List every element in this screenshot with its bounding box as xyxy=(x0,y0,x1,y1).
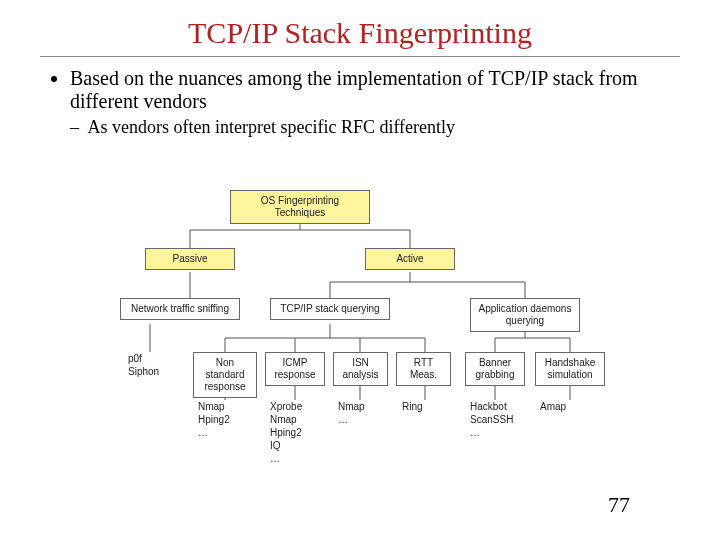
tools-nonstd: Nmap Hping2 … xyxy=(198,400,230,439)
node-icmp-response: ICMP response xyxy=(265,352,325,386)
tools-rtt: Ring xyxy=(402,400,423,413)
node-passive: Passive xyxy=(145,248,235,270)
node-handshake-sim: Handshake simulation xyxy=(535,352,605,386)
node-isn-analysis: ISN analysis xyxy=(333,352,388,386)
node-root: OS Fingerprinting Techniques xyxy=(230,190,370,224)
page-number: 77 xyxy=(608,492,630,518)
page-title: TCP/IP Stack Fingerprinting xyxy=(40,16,680,50)
node-rtt-meas: RTT Meas. xyxy=(396,352,451,386)
bullet-sub-text: As vendors often interpret specific RFC … xyxy=(88,117,456,137)
node-traffic-sniffing: Network traffic sniffing xyxy=(120,298,240,320)
tools-handshake: Amap xyxy=(540,400,566,413)
node-banner-grabbing: Banner grabbing xyxy=(465,352,525,386)
bullet-main: Based on the nuances among the implement… xyxy=(70,67,680,113)
title-rule xyxy=(40,56,680,57)
tools-isn: Nmap … xyxy=(338,400,365,426)
diagram: OS Fingerprinting Techniques Passive Act… xyxy=(80,190,680,520)
tools-banner: Hackbot ScanSSH … xyxy=(470,400,513,439)
node-active: Active xyxy=(365,248,455,270)
tools-icmp: Xprobe Nmap Hping2 IQ … xyxy=(270,400,302,465)
dash-icon: – xyxy=(70,117,84,138)
node-stack-querying: TCP/IP stack querying xyxy=(270,298,390,320)
tools-passive: p0f Siphon xyxy=(128,352,159,378)
bullet-sub: – As vendors often interpret specific RF… xyxy=(70,117,680,138)
node-app-daemons: Application daemons querying xyxy=(470,298,580,332)
node-nonstd-response: Non standard response xyxy=(193,352,257,398)
